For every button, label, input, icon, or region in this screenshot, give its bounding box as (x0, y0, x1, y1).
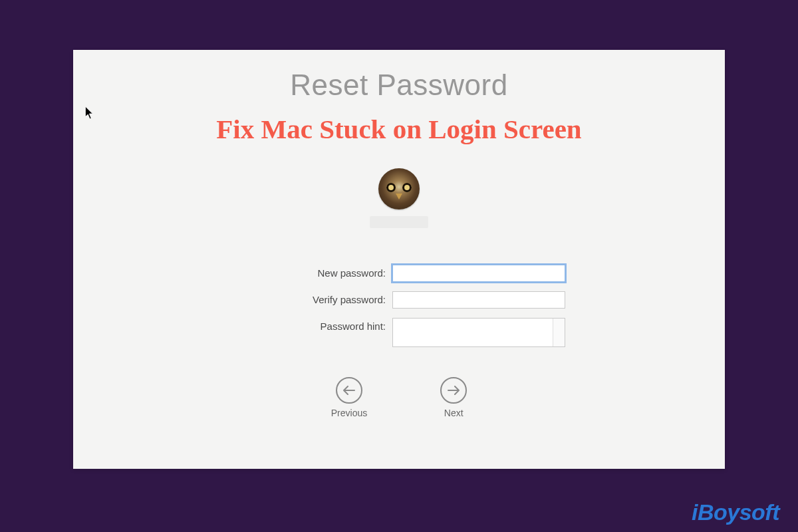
username-label (370, 216, 428, 228)
previous-label: Previous (331, 408, 367, 418)
arrow-left-icon (336, 377, 362, 404)
overlay-headline: Fix Mac Stuck on Login Screen (73, 113, 725, 145)
page-title: Reset Password (73, 68, 725, 102)
next-label: Next (444, 408, 464, 418)
password-form: New password: Verify password: Password … (73, 265, 725, 347)
password-hint-field[interactable] (392, 318, 565, 347)
reset-password-panel: Reset Password Fix Mac Stuck on Login Sc… (73, 50, 725, 469)
nav-buttons: Previous Next (73, 377, 725, 418)
password-hint-label: Password hint: (233, 318, 386, 332)
new-password-label: New password: (233, 265, 386, 279)
cursor-icon (85, 106, 94, 120)
verify-password-label: Verify password: (233, 291, 386, 305)
user-section (73, 168, 725, 228)
arrow-right-icon (440, 377, 467, 404)
verify-password-field[interactable] (392, 291, 565, 309)
previous-button[interactable]: Previous (331, 377, 367, 418)
scrollbar[interactable] (553, 319, 565, 346)
owl-avatar-icon (378, 168, 420, 209)
watermark-logo: iBoysoft (692, 499, 779, 525)
next-button[interactable]: Next (440, 377, 467, 418)
new-password-field[interactable] (392, 265, 565, 282)
